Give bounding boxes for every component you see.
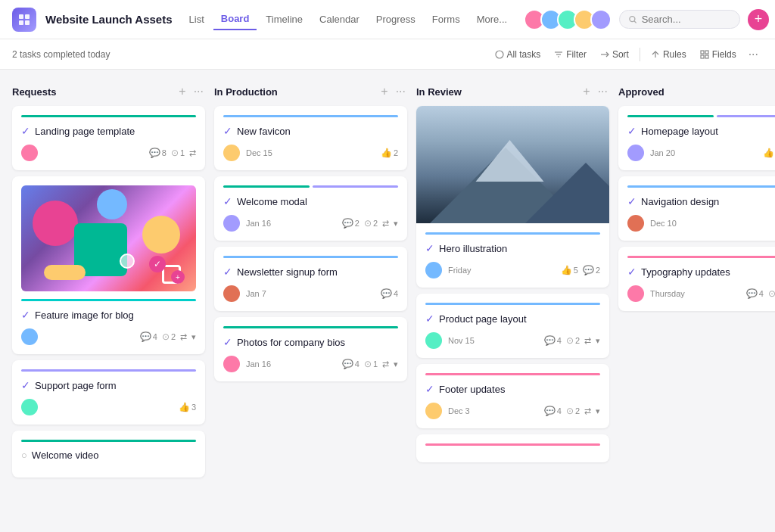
card-meta: 👍2 bbox=[381, 148, 398, 158]
col-header-requests: Requests + ··· bbox=[12, 82, 205, 106]
fields-button[interactable]: Fields bbox=[694, 46, 742, 63]
nav-board[interactable]: Board bbox=[213, 8, 257, 30]
card-date: Thursday bbox=[650, 289, 685, 298]
col-add-requests[interactable]: + bbox=[177, 85, 187, 98]
comment-count: 💬4 bbox=[746, 288, 764, 299]
card-welcome-video: ○ Welcome video bbox=[12, 431, 205, 478]
dropdown-icon[interactable]: ▾ bbox=[596, 336, 600, 346]
col-title-in-production: In Production bbox=[214, 86, 375, 98]
column-requests: Requests + ··· ✓ Landing page template 💬… bbox=[12, 82, 205, 484]
card-meta: 💬4 ⊙2 ⇄ ▾ bbox=[140, 331, 196, 342]
toolbar-more-button[interactable]: ··· bbox=[744, 48, 763, 61]
tasks-icon bbox=[495, 50, 504, 59]
branch-icon: ⇄ bbox=[382, 219, 389, 229]
sort-icon bbox=[600, 50, 609, 59]
nav-more[interactable]: More... bbox=[469, 9, 515, 30]
card-title: ✓ Welcome modal bbox=[223, 195, 398, 207]
thumbs-count: 👍2 bbox=[381, 148, 398, 158]
dual-bar bbox=[627, 115, 775, 117]
dropdown-icon[interactable]: ▾ bbox=[596, 406, 600, 416]
card-bar bbox=[425, 373, 600, 375]
card-meta: 👍5 💬2 bbox=[561, 265, 600, 275]
rules-button[interactable]: Rules bbox=[645, 46, 693, 63]
subtask-count: ⊙2 bbox=[162, 331, 176, 342]
svg-point-4 bbox=[630, 16, 635, 21]
col-title-in-review: In Review bbox=[416, 86, 577, 98]
card-date: Nov 15 bbox=[448, 336, 475, 345]
card-bar bbox=[627, 185, 775, 188]
card-title: ✓ Hero illustration bbox=[425, 242, 600, 254]
card-homepage-layout: ✓ Homepage layout Jan 20 👍2 💬4 bbox=[618, 106, 775, 170]
card-feature-image: ✓ + ✓ Feature image for blog 💬4 bbox=[12, 176, 205, 354]
card-footer: Friday 👍5 💬2 bbox=[425, 262, 600, 278]
board: Requests + ··· ✓ Landing page template 💬… bbox=[0, 70, 775, 532]
card-title: ○ Welcome video bbox=[21, 450, 196, 461]
dropdown-icon[interactable]: ▾ bbox=[394, 359, 398, 369]
filter-icon bbox=[554, 50, 563, 59]
card-footer: 💬8 ⊙1 ⇄ bbox=[21, 145, 196, 161]
col-actions-in-production: + ··· bbox=[379, 85, 407, 98]
dropdown-icon[interactable]: ▾ bbox=[191, 332, 196, 342]
all-tasks-button[interactable]: All tasks bbox=[489, 46, 547, 63]
search-input[interactable] bbox=[642, 14, 730, 25]
team-avatars bbox=[524, 9, 612, 30]
branch-icon: ⇄ bbox=[584, 336, 591, 346]
col-add-in-production[interactable]: + bbox=[379, 85, 389, 98]
shape1 bbox=[33, 201, 78, 246]
card-footer: Dec 10 💬3 bbox=[627, 215, 775, 232]
image-shapes: ✓ + bbox=[21, 185, 196, 291]
card-footer: Jan 16 💬4 ⊙1 ⇄ ▾ bbox=[223, 356, 398, 372]
card-date: Dec 10 bbox=[650, 219, 677, 228]
card-meta: 💬2 ⊙2 ⇄ ▾ bbox=[342, 218, 398, 229]
nav-forms[interactable]: Forms bbox=[425, 9, 468, 30]
card-title: ✓ Support page form bbox=[21, 379, 196, 391]
card-footer: Jan 16 💬2 ⊙2 ⇄ ▾ bbox=[223, 215, 398, 232]
card-title: ✓ Landing page template bbox=[21, 125, 196, 137]
mountain-snow bbox=[475, 140, 543, 182]
avatar bbox=[21, 145, 38, 161]
col-header-approved: Approved + ··· bbox=[618, 82, 775, 106]
svg-rect-0 bbox=[19, 14, 23, 19]
col-more-in-review[interactable]: ··· bbox=[596, 85, 609, 98]
sort-button[interactable]: Sort bbox=[594, 46, 635, 63]
team-avatar-5 bbox=[590, 9, 612, 30]
nav-tabs: List Board Timeline Calendar Progress Fo… bbox=[182, 8, 515, 30]
add-button[interactable]: + bbox=[748, 9, 769, 30]
card-image: ✓ + bbox=[21, 185, 196, 291]
nav-calendar[interactable]: Calendar bbox=[312, 9, 367, 30]
avatar bbox=[425, 332, 442, 349]
check-icon: ✓ bbox=[425, 242, 434, 254]
svg-rect-14 bbox=[705, 55, 708, 58]
filter-button[interactable]: Filter bbox=[548, 46, 593, 63]
col-add-in-review[interactable]: + bbox=[581, 85, 591, 98]
toolbar-actions: All tasks Filter Sort Rules Fields ··· bbox=[489, 46, 763, 63]
svg-rect-1 bbox=[25, 14, 30, 19]
bar-seg-purple bbox=[313, 185, 399, 188]
card-meta: 👍2 💬4 bbox=[763, 148, 775, 158]
card-bar bbox=[223, 115, 398, 117]
svg-line-5 bbox=[634, 20, 636, 23]
mountain-image bbox=[416, 106, 609, 223]
card-title: ✓ Typography updates bbox=[627, 266, 775, 278]
col-more-requests[interactable]: ··· bbox=[192, 85, 205, 98]
check-icon: ✓ bbox=[223, 195, 232, 207]
card-footer: Nov 15 💬4 ⊙2 ⇄ ▾ bbox=[425, 332, 600, 349]
nav-list[interactable]: List bbox=[182, 9, 212, 30]
nav-progress[interactable]: Progress bbox=[369, 9, 423, 30]
shape2 bbox=[142, 216, 180, 254]
card-bar bbox=[425, 443, 600, 446]
nav-timeline[interactable]: Timeline bbox=[258, 9, 310, 30]
col-title-requests: Requests bbox=[12, 86, 173, 98]
col-more-in-production[interactable]: ··· bbox=[394, 85, 407, 98]
shape5 bbox=[44, 265, 86, 280]
bar-seg-green bbox=[627, 115, 714, 117]
shape4 bbox=[97, 189, 127, 219]
search-box[interactable] bbox=[619, 10, 740, 29]
card-image-inner: ✓ + bbox=[21, 185, 196, 291]
card-bar bbox=[21, 440, 196, 442]
card-footer: Dec 15 👍2 bbox=[223, 145, 398, 161]
dropdown-icon[interactable]: ▾ bbox=[394, 219, 398, 229]
card-title: ✓ Feature image for blog bbox=[21, 309, 196, 321]
card-new-favicon: ✓ New favicon Dec 15 👍2 bbox=[214, 106, 407, 170]
card-title: ✓ Product page layout bbox=[425, 313, 600, 325]
